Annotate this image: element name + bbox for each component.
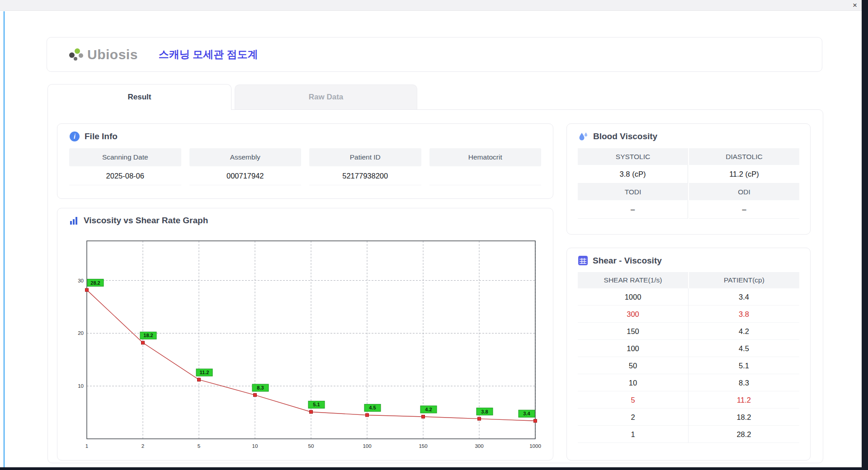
table-row: 10 8.3	[578, 374, 799, 391]
field-scanning-date: Scanning Date 2025-08-06	[69, 148, 181, 185]
shear-cell: 300	[578, 306, 689, 323]
svg-text:30: 30	[78, 278, 84, 283]
svg-text:50: 50	[308, 443, 314, 449]
viscosity-graph-card: Viscosity vs Shear Rate Graph 10203028.2…	[57, 208, 553, 461]
left-accent-line	[4, 11, 5, 467]
systolic-header: SYSTOLIC	[578, 148, 688, 165]
shear-cell: 10	[578, 374, 689, 391]
patient-cell: 4.5	[689, 340, 799, 357]
ubiosis-logo: Ubiosis	[68, 47, 138, 62]
svg-text:3.8: 3.8	[481, 409, 488, 414]
shear-cell: 5	[578, 391, 689, 409]
svg-text:300: 300	[475, 443, 483, 449]
patient-cell: 3.4	[689, 288, 799, 306]
shear-rate-column-header: SHEAR RATE(1/s)	[578, 272, 688, 288]
graph-title: Viscosity vs Shear Rate Graph	[84, 216, 208, 226]
svg-text:10: 10	[78, 383, 84, 389]
shear-table-header: SHEAR RATE(1/s) PATIENT(cp)	[578, 272, 799, 288]
svg-text:3.4: 3.4	[523, 411, 530, 416]
todi-value: –	[578, 200, 688, 219]
svg-text:2: 2	[142, 443, 144, 449]
svg-text:1000: 1000	[529, 443, 541, 449]
field-assembly: Assembly 000717942	[189, 148, 302, 185]
field-value: 000717942	[189, 166, 302, 185]
svg-text:28.2: 28.2	[90, 280, 100, 286]
shear-cell: 2	[578, 409, 689, 426]
table-row: 1000 3.4	[578, 288, 799, 306]
logo-text: Ubiosis	[87, 47, 138, 62]
bar-chart-icon	[69, 216, 79, 226]
shear-viscosity-card: Shear - Viscosity SHEAR RATE(1/s) PATIEN…	[566, 248, 811, 461]
systolic-value: 3.8 (cP)	[578, 165, 688, 183]
file-info-card: i File Info Scanning Date 2025-08-06 Ass…	[57, 123, 553, 199]
titlebar: ×	[0, 0, 862, 11]
patient-cell: 11.2	[689, 391, 799, 409]
table-row: 150 4.2	[578, 323, 799, 340]
svg-text:10: 10	[252, 443, 258, 449]
diastolic-header: DIASTOLIC	[689, 148, 799, 165]
table-row: 100 4.5	[578, 340, 799, 357]
field-label: Hematocrit	[429, 148, 542, 166]
tab-raw-data[interactable]: Raw Data	[235, 85, 417, 109]
info-icon: i	[69, 131, 80, 142]
shear-viscosity-title: Shear - Viscosity	[593, 256, 662, 266]
shear-cell: 150	[578, 323, 689, 340]
svg-text:11.2: 11.2	[200, 370, 209, 375]
svg-text:1: 1	[85, 443, 88, 449]
patient-cell: 18.2	[689, 409, 799, 426]
table-row: 300 3.8	[578, 306, 799, 323]
table-row: 50 5.1	[578, 357, 799, 374]
patient-cell: 5.1	[689, 357, 799, 374]
close-icon[interactable]: ×	[853, 0, 857, 10]
patient-column-header: PATIENT(cp)	[689, 272, 799, 288]
ubiosis-dots-icon	[68, 47, 84, 62]
shear-cell: 100	[578, 340, 689, 357]
patient-cell: 8.3	[689, 374, 799, 391]
shear-cell: 1000	[578, 288, 689, 306]
svg-text:100: 100	[363, 443, 371, 449]
page-title: 스캐닝 모세관 점도계	[159, 47, 258, 61]
viscosity-chart: 10203028.218.211.28.35.14.54.23.83.41251…	[75, 236, 545, 455]
field-label: Assembly	[189, 148, 302, 166]
svg-text:4.5: 4.5	[369, 405, 376, 410]
field-hematocrit: Hematocrit	[429, 148, 542, 185]
field-value: 52177938200	[309, 166, 421, 185]
tab-result[interactable]: Result	[47, 84, 231, 110]
file-info-title: File Info	[85, 132, 118, 141]
svg-text:5: 5	[198, 443, 200, 449]
odi-value: –	[689, 200, 799, 219]
field-value: 2025-08-06	[69, 166, 181, 185]
svg-text:8.3: 8.3	[257, 385, 264, 390]
header-card: Ubiosis 스캐닝 모세관 점도계	[47, 37, 822, 72]
field-value	[429, 166, 542, 185]
blood-viscosity-table: SYSTOLIC DIASTOLIC 3.8 (cP) 11.2 (cP) TO…	[578, 148, 799, 219]
droplet-icon	[578, 131, 589, 142]
odi-header: ODI	[689, 183, 799, 200]
svg-text:150: 150	[419, 443, 427, 449]
diastolic-value: 11.2 (cP)	[689, 165, 799, 183]
field-label: Patient ID	[309, 148, 421, 166]
todi-header: TODI	[578, 183, 688, 200]
grid-icon	[578, 255, 588, 266]
table-row: 1 28.2	[578, 426, 799, 443]
blood-viscosity-title: Blood Viscosity	[593, 132, 657, 141]
svg-text:20: 20	[78, 330, 84, 336]
app-window: × Ubiosis 스캐닝 모세관 점도계 Result Raw Data i …	[0, 0, 862, 467]
shear-cell: 1	[578, 426, 689, 443]
patient-cell: 3.8	[689, 306, 799, 323]
svg-text:18.2: 18.2	[143, 333, 153, 338]
svg-text:4.2: 4.2	[425, 407, 432, 412]
shear-cell: 50	[578, 357, 689, 374]
svg-text:5.1: 5.1	[313, 402, 320, 407]
patient-cell: 4.2	[689, 323, 799, 340]
field-patient-id: Patient ID 52177938200	[309, 148, 421, 185]
table-row: 5 11.2	[578, 391, 799, 409]
patient-cell: 28.2	[689, 426, 799, 443]
blood-viscosity-card: Blood Viscosity SYSTOLIC DIASTOLIC 3.8 (…	[566, 123, 811, 235]
result-tab-panel: i File Info Scanning Date 2025-08-06 Ass…	[47, 109, 823, 463]
table-row: 2 18.2	[578, 409, 799, 426]
field-label: Scanning Date	[69, 148, 181, 166]
file-info-fields: Scanning Date 2025-08-06 Assembly 000717…	[69, 148, 541, 185]
